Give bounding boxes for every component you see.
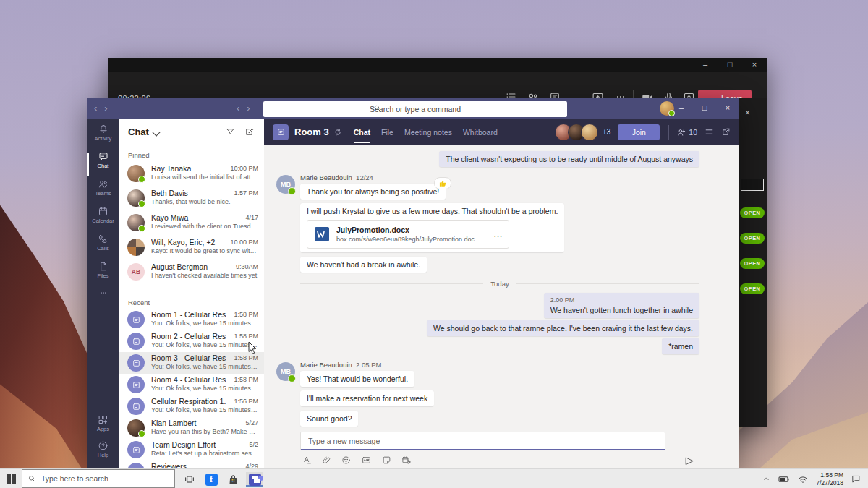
- new-chat-icon[interactable]: [244, 127, 254, 137]
- participant-overflow[interactable]: +3: [603, 128, 610, 136]
- message-incoming[interactable]: Yes! That would be wonderful.: [300, 371, 414, 387]
- chat-list-item[interactable]: Will, Kayo, Eric, +2 10:00 PM Kayo: It w…: [119, 236, 264, 261]
- chat-time: 10:00 PM: [230, 165, 258, 172]
- rail-item-teams[interactable]: Teams: [87, 179, 119, 206]
- chat-list-item[interactable]: Team Design Effort 5/2 Reta: Let's set u…: [119, 439, 264, 461]
- conversation-panel: Room 3 Chat File Meeting notes Whitboard…: [264, 119, 739, 468]
- windows-taskbar: f 1:58 PM 7/27/2018: [0, 468, 868, 488]
- chat-preview: Kayo: It would be great to sync with...: [151, 247, 258, 254]
- message-incoming[interactable]: Sound good?: [300, 411, 358, 427]
- chat-time: 1:57 PM: [234, 189, 258, 197]
- avatar: [127, 214, 145, 231]
- maximize-button[interactable]: □: [718, 58, 742, 72]
- section-label-pinned: Pinned: [128, 151, 150, 159]
- sticker-icon[interactable]: [382, 455, 391, 465]
- tab-whiteboard[interactable]: Whitboard: [463, 128, 498, 137]
- message-incoming[interactable]: I will push Krystal to give us a few mor…: [300, 203, 564, 252]
- tab-chat[interactable]: Chat: [354, 128, 370, 137]
- chat-list-item[interactable]: Room 2 - Cellular Respiration ... 1:58 P…: [119, 330, 264, 352]
- word-file-icon: [313, 226, 331, 243]
- chat-list-item[interactable]: Kayo Miwa 4/17 I reviewed with the clien…: [119, 212, 264, 236]
- nav-back-forward-2[interactable]: ‹›: [237, 103, 258, 114]
- rail-item-files[interactable]: Files: [87, 261, 119, 288]
- close-icon[interactable]: ×: [745, 108, 750, 118]
- thumbs-up-reaction[interactable]: [434, 177, 451, 189]
- chat-preview: You: Ok folks, we have 15 minutes to go,…: [151, 385, 258, 392]
- maximize-button[interactable]: □: [693, 98, 716, 119]
- chat-time: 4/17: [245, 214, 258, 221]
- chat-list-item[interactable]: Room 1 - Cellular Respiration ... 1:58 P…: [119, 309, 264, 330]
- add-participant-count[interactable]: 10: [676, 127, 697, 137]
- taskbar-clock[interactable]: 1:58 PM 7/27/2018: [816, 471, 843, 487]
- minimize-button[interactable]: –: [670, 98, 693, 119]
- chat-list-item-selected[interactable]: Room 3 - Cellular Respiration ... 1:58 P…: [119, 352, 264, 374]
- emoji-icon[interactable]: [341, 455, 351, 465]
- chat-list-item[interactable]: Ray Tanaka 10:00 PM Louisa will send the…: [119, 163, 264, 187]
- popout-icon[interactable]: [721, 127, 731, 137]
- nav-back-forward[interactable]: ‹›: [94, 103, 115, 114]
- format-icon[interactable]: [302, 455, 312, 465]
- tab-meeting-notes[interactable]: Meeting notes: [404, 128, 452, 137]
- join-button[interactable]: Join: [618, 124, 660, 140]
- facebook-icon[interactable]: f: [203, 472, 220, 487]
- send-icon[interactable]: [684, 455, 694, 466]
- action-center-icon[interactable]: [851, 474, 861, 484]
- tray-expand-icon[interactable]: [762, 475, 770, 483]
- minimize-button[interactable]: –: [693, 58, 718, 72]
- message-outgoing[interactable]: We should go back to that ramne place. I…: [427, 320, 699, 336]
- chevron-down-icon[interactable]: [152, 128, 160, 136]
- panel-title: Chat: [128, 127, 149, 137]
- rail-item-activity[interactable]: Activity: [87, 124, 119, 151]
- presence-dot: [138, 176, 145, 183]
- rail-item-apps[interactable]: Apps: [87, 414, 119, 442]
- task-view-button[interactable]: [181, 472, 198, 487]
- message-time: 12/24: [356, 174, 373, 181]
- start-button[interactable]: [7, 474, 16, 484]
- message-incoming[interactable]: I'll make a reservation for next week: [300, 390, 434, 406]
- chat-list-item[interactable]: AB August Bergman 9:30AM I haven't check…: [119, 261, 264, 286]
- message-outgoing[interactable]: *ramen: [662, 338, 699, 354]
- rail-item-more[interactable]: [87, 288, 119, 316]
- file-more-icon[interactable]: ...: [494, 230, 503, 239]
- message-outgoing[interactable]: 2:00 PM We haven't gotten lunch together…: [544, 293, 699, 318]
- rail-label: Activity: [87, 135, 119, 142]
- chat-list-item[interactable]: Kian Lambert 5/27 Have you ran this by B…: [119, 417, 264, 439]
- meeting-room-icon: [273, 124, 289, 140]
- chat-time: 5/2: [249, 441, 258, 448]
- chat-preview: You: Ok folks, we have 15 minutes to go,…: [151, 320, 258, 327]
- message-incoming[interactable]: Thank you for always being so positive!: [300, 184, 446, 200]
- menu-icon[interactable]: [705, 127, 714, 137]
- chat-list-item[interactable]: Beth Davis 1:57 PM Thanks, that would be…: [119, 187, 264, 212]
- chat-preview: You: Ok folks, we have 15 minutes to go,…: [151, 406, 258, 414]
- file-attachment[interactable]: JulyPromotion.docx box.com/s/w9eo6eua89k…: [307, 220, 509, 249]
- battery-icon[interactable]: [778, 475, 790, 484]
- gif-icon[interactable]: [361, 455, 372, 465]
- command-search-input[interactable]: [263, 101, 567, 117]
- rail-item-calendar[interactable]: Calendar: [87, 206, 119, 234]
- breakout-rooms-strip: × OPEN OPEN OPEN OPEN: [739, 98, 767, 427]
- rail-item-help[interactable]: Help: [87, 440, 119, 468]
- teams-taskbar-icon[interactable]: [246, 472, 263, 487]
- chat-list-item[interactable]: Room 4 - Cellular Respiration ... 1:58 P…: [119, 374, 264, 395]
- microsoft-store-icon[interactable]: [224, 472, 242, 487]
- avatar: [127, 419, 145, 437]
- meeting-room-icon: [127, 333, 145, 350]
- teams-window: ‹› ‹› – □ × Activity Chat Teams: [87, 98, 739, 468]
- chat-list-item[interactable]: Cellular Respiration 1.2 1:56 PM You: Ok…: [119, 395, 264, 417]
- rail-item-calls[interactable]: Calls: [87, 234, 119, 261]
- close-button[interactable]: ×: [742, 58, 767, 72]
- attach-icon[interactable]: [322, 455, 331, 465]
- rail-item-chat[interactable]: Chat: [87, 151, 119, 179]
- message-incoming[interactable]: We haven't had a break in awhile.: [300, 257, 427, 273]
- tab-file[interactable]: File: [381, 128, 393, 137]
- message-outgoing[interactable]: The client wasn't expecting us to be rea…: [439, 151, 699, 167]
- message-input[interactable]: [300, 432, 665, 450]
- schedule-icon[interactable]: [401, 455, 411, 465]
- compose-area: [264, 428, 739, 468]
- wifi-icon[interactable]: [798, 475, 808, 484]
- filter-icon[interactable]: [226, 127, 235, 137]
- taskbar-search-input[interactable]: [22, 469, 175, 488]
- chat-preview: Thanks, that would be nice.: [151, 198, 258, 205]
- close-button[interactable]: ×: [716, 98, 739, 119]
- participant-avatar[interactable]: [581, 124, 598, 141]
